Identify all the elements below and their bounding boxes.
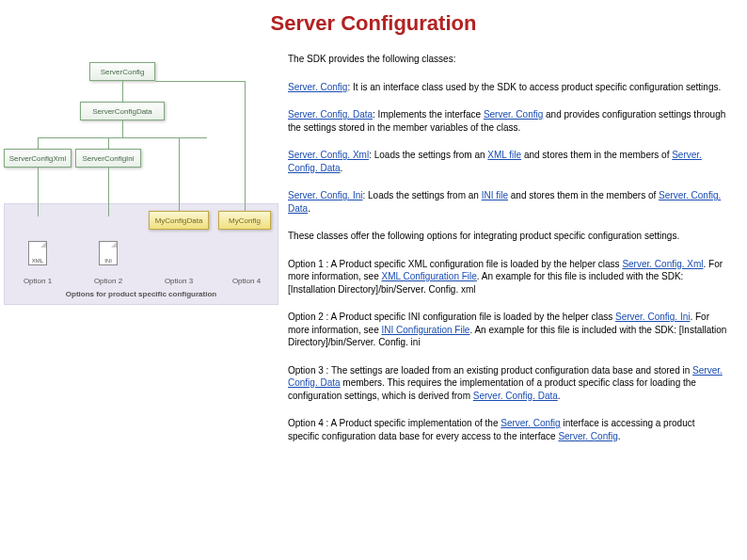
connector — [179, 137, 180, 211]
link-serverconfigxml[interactable]: Server. Config. Xml — [288, 150, 369, 160]
text: . — [618, 431, 621, 441]
diagram-box-serverconfig: ServerConfig — [89, 62, 155, 81]
connector — [38, 137, 207, 138]
link-o2-2[interactable]: INI Configuration File — [382, 325, 470, 335]
option-4: Option 4 : A Product specific implementa… — [288, 417, 728, 442]
link-serverconfig[interactable]: Server. Config — [288, 82, 347, 92]
connector — [38, 137, 39, 149]
text: Option 3 : The settings are loaded from … — [288, 365, 692, 376]
option-2: Option 2 : A Product specific INI config… — [288, 311, 728, 349]
connector — [108, 168, 109, 216]
intro-text: The SDK provides the following classes: — [288, 53, 728, 66]
diagram-box-myconfigdata: MyConfigData — [149, 211, 209, 230]
diagram-caption: Options for product specific configurati… — [0, 290, 282, 298]
diagram-label-option1: Option 1 — [9, 277, 66, 285]
class-serverconfig: Server. Config: It is an interface class… — [288, 81, 728, 94]
page-title: Server Configuration — [0, 0, 747, 43]
text: . — [558, 391, 561, 401]
text: and stores them in the members of — [508, 190, 659, 200]
connector — [155, 81, 245, 82]
content-row: ServerConfig ServerConfigData ServerConf… — [0, 43, 747, 457]
link-o4-2[interactable]: Server. Config — [558, 431, 617, 441]
link-ini-file[interactable]: INI file — [482, 190, 508, 200]
link-o1-2[interactable]: XML Configuration File — [382, 271, 477, 281]
diagram-box-serverconfigdata: ServerConfigData — [80, 102, 165, 120]
class-serverconfigxml: Server. Config. Xml: Loads the settings … — [288, 149, 728, 174]
text-column: The SDK provides the following classes: … — [282, 43, 747, 457]
option-1: Option 1 : A Product specific XML config… — [288, 258, 728, 296]
diagram-box-serverconfigxml: ServerConfigXml — [4, 149, 72, 168]
options-intro: These classes offer the following option… — [288, 230, 728, 243]
diagram-label-option2: Option 2 — [80, 277, 136, 285]
file-icon-xml: XML — [28, 241, 47, 265]
architecture-diagram: ServerConfig ServerConfigData ServerConf… — [0, 43, 282, 288]
link-serverconfigini[interactable]: Server. Config. Ini — [288, 190, 362, 200]
text: Option 2 : A Product specific INI config… — [288, 312, 615, 322]
link-o3-2[interactable]: Server. Config. Data — [473, 391, 558, 401]
text: : Loads the settings from an — [369, 150, 487, 160]
link-o1-1[interactable]: Server. Config. Xml — [622, 259, 703, 269]
diagram-box-myconfig: MyConfig — [218, 211, 271, 230]
link-o4-1[interactable]: Server. Config — [501, 418, 560, 428]
text: Option 1 : A Product specific XML config… — [288, 259, 622, 269]
text: . — [308, 203, 310, 214]
diagram-label-option4: Option 4 — [218, 277, 275, 285]
connector — [122, 81, 123, 102]
class-serverconfigdata: Server. Config. Data: Implements the int… — [288, 108, 728, 134]
connector — [108, 137, 109, 149]
text: : It is an interface class used by the S… — [347, 82, 721, 92]
text: : Implements the interface — [373, 109, 484, 120]
link-serverconfigdata[interactable]: Server. Config. Data — [288, 109, 373, 120]
text: and stores them in the members of — [521, 150, 672, 160]
option-3: Option 3 : The settings are loaded from … — [288, 364, 728, 403]
class-serverconfigini: Server. Config. Ini: Loads the settings … — [288, 189, 728, 215]
connector — [38, 168, 39, 216]
diagram-label-option3: Option 3 — [151, 277, 207, 285]
link-xml-file[interactable]: XML file — [487, 150, 521, 160]
text: . — [341, 163, 343, 173]
connector — [122, 120, 123, 137]
text: Option 4 : A Product specific implementa… — [288, 418, 501, 428]
connector — [245, 81, 246, 211]
text: : Loads the settings from an — [362, 190, 481, 200]
diagram-box-serverconfigini: ServerConfigIni — [75, 149, 141, 168]
link-o2-1[interactable]: Server. Config. Ini — [615, 312, 690, 322]
file-icon-ini: INI — [99, 241, 118, 265]
link-serverconfig-inline[interactable]: Server. Config — [484, 109, 543, 120]
